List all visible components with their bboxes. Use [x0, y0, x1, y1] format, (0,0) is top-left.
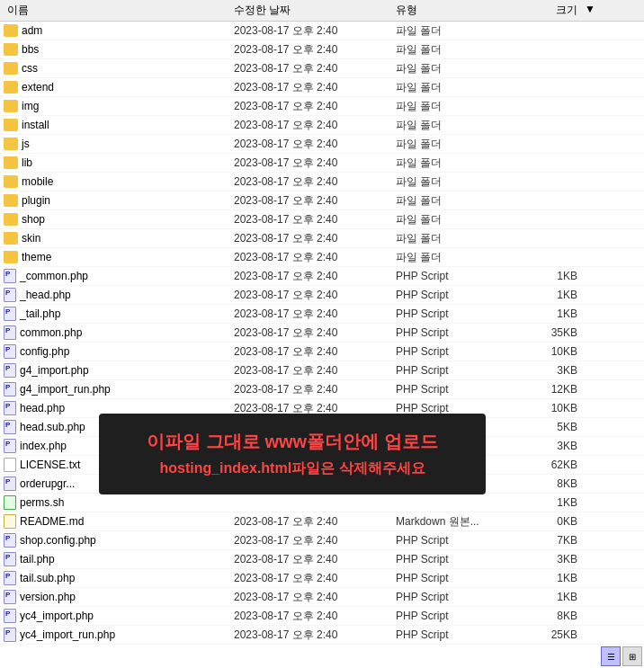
php-icon — [4, 401, 16, 415]
file-name-cell: version.php — [0, 590, 234, 604]
folder-icon — [4, 251, 18, 263]
table-row[interactable]: shop.config.php 2023-08-17 오후 2:40 PHP S… — [0, 531, 644, 550]
file-size-cell: 10KB — [513, 345, 585, 358]
php-icon — [4, 344, 16, 359]
file-type-cell: 파일 폴더 — [396, 80, 513, 95]
overlay-line1: 이파일 그대로 www폴더안에 업로드 — [121, 430, 464, 454]
file-size-cell: 25KB — [513, 628, 585, 641]
php-icon — [4, 628, 16, 642]
grid-view-button[interactable]: ⊞ — [622, 646, 642, 666]
file-size-cell: 1KB — [513, 289, 585, 301]
header-date[interactable]: 수정한 날짜 — [234, 3, 396, 18]
file-name-label: version.php — [20, 591, 76, 603]
php-icon — [4, 609, 16, 623]
table-row[interactable]: README.md 2023-08-17 오후 2:40 Markdown 원본… — [0, 512, 644, 531]
file-date-cell: 2023-08-17 오후 2:40 — [234, 382, 396, 397]
table-row[interactable]: yc4_import.php 2023-08-17 오후 2:40 PHP Sc… — [0, 607, 644, 626]
file-name-cell: _common.php — [0, 269, 234, 283]
table-row[interactable]: perms.sh 1KB — [0, 494, 644, 512]
table-row[interactable]: version.php 2023-08-17 오후 2:40 PHP Scrip… — [0, 588, 644, 607]
table-row[interactable]: js 2023-08-17 오후 2:40 파일 폴더 — [0, 135, 644, 154]
file-type-cell: PHP Script — [396, 345, 513, 358]
file-name-cell: css — [0, 62, 234, 75]
file-size-cell: 10KB — [513, 402, 585, 414]
file-name-label: shop.config.php — [20, 534, 96, 547]
file-name-cell: tail.sub.php — [0, 571, 234, 585]
table-row[interactable]: _tail.php 2023-08-17 오후 2:40 PHP Script … — [0, 305, 644, 324]
file-date-cell: 2023-08-17 오후 2:40 — [234, 628, 396, 643]
file-date-cell: 2023-08-17 오후 2:40 — [234, 156, 396, 171]
table-row[interactable]: skin 2023-08-17 오후 2:40 파일 폴더 — [0, 229, 644, 248]
table-row[interactable]: yc4_import_run.php 2023-08-17 오후 2:40 PH… — [0, 626, 644, 645]
file-date-cell: 2023-08-17 오후 2:40 — [234, 231, 396, 246]
file-date-cell: 2023-08-17 오후 2:40 — [234, 307, 396, 322]
file-name-label: config.php — [20, 345, 69, 358]
file-date-cell: 2023-08-17 오후 2:40 — [234, 533, 396, 548]
table-row[interactable]: _head.php 2023-08-17 오후 2:40 PHP Script … — [0, 286, 644, 305]
table-row[interactable]: extend 2023-08-17 오후 2:40 파일 폴더 — [0, 78, 644, 97]
table-row[interactable]: adm 2023-08-17 오후 2:40 파일 폴더 — [0, 22, 644, 40]
sh-icon — [4, 495, 16, 510]
file-name-label: index.php — [20, 440, 67, 452]
file-date-cell: 2023-08-17 오후 2:40 — [234, 344, 396, 360]
file-name-cell: _tail.php — [0, 307, 234, 321]
php-icon — [4, 477, 16, 491]
table-row[interactable]: shop 2023-08-17 오후 2:40 파일 폴더 — [0, 210, 644, 229]
file-name-label: tail.php — [20, 553, 55, 566]
folder-icon — [4, 100, 18, 112]
file-list: 이름 수정한 날짜 유형 크기 ▼ adm 2023-08-17 오후 2:40… — [0, 0, 644, 668]
file-name-cell: yc4_import_run.php — [0, 628, 234, 642]
table-row[interactable]: theme 2023-08-17 오후 2:40 파일 폴더 — [0, 248, 644, 267]
file-name-label: LICENSE.txt — [20, 459, 80, 471]
file-type-cell: 파일 폴더 — [396, 99, 513, 114]
table-row[interactable]: _common.php 2023-08-17 오후 2:40 PHP Scrip… — [0, 267, 644, 286]
table-row[interactable]: config.php 2023-08-17 오후 2:40 PHP Script… — [0, 343, 644, 361]
php-icon — [4, 325, 16, 340]
file-size-cell: 7KB — [513, 534, 585, 547]
file-type-cell: PHP Script — [396, 289, 513, 301]
table-row[interactable]: g4_import_run.php 2023-08-17 오후 2:40 PHP… — [0, 380, 644, 399]
file-name-label: head.php — [20, 402, 65, 414]
file-size-cell: 12KB — [513, 383, 585, 396]
folder-icon — [4, 119, 18, 131]
file-size-cell: 1KB — [513, 307, 585, 320]
file-type-cell: PHP Script — [396, 383, 513, 396]
file-type-cell: 파일 폴더 — [396, 118, 513, 133]
file-name-cell: _head.php — [0, 288, 234, 302]
table-row[interactable]: common.php 2023-08-17 오후 2:40 PHP Script… — [0, 324, 644, 343]
file-date-cell: 2023-08-17 오후 2:40 — [234, 193, 396, 209]
file-size-cell: 1KB — [513, 270, 585, 282]
file-name-label: install — [22, 119, 49, 131]
header-size[interactable]: 크기 — [513, 3, 585, 18]
file-type-cell: 파일 폴더 — [396, 174, 513, 190]
file-name-label: g4_import_run.php — [20, 383, 111, 396]
file-type-cell: 파일 폴더 — [396, 193, 513, 209]
file-name-cell: yc4_import.php — [0, 609, 234, 623]
table-row[interactable]: lib 2023-08-17 오후 2:40 파일 폴더 — [0, 154, 644, 173]
header-type[interactable]: 유형 — [396, 3, 513, 18]
file-name-label: README.md — [20, 515, 84, 528]
table-row[interactable]: tail.php 2023-08-17 오후 2:40 PHP Script 3… — [0, 550, 644, 569]
header-name[interactable]: 이름 — [0, 3, 234, 18]
file-type-cell: PHP Script — [396, 270, 513, 282]
php-icon — [4, 552, 16, 566]
file-size-cell: 3KB — [513, 364, 585, 377]
file-name-label: _head.php — [20, 289, 71, 301]
php-icon — [4, 590, 16, 604]
table-row[interactable]: install 2023-08-17 오후 2:40 파일 폴더 — [0, 116, 644, 135]
table-row[interactable]: g4_import.php 2023-08-17 오후 2:40 PHP Scr… — [0, 361, 644, 380]
table-row[interactable]: mobile 2023-08-17 오후 2:40 파일 폴더 — [0, 173, 644, 191]
file-name-cell: install — [0, 119, 234, 131]
file-name-label: shop — [22, 213, 45, 226]
table-row[interactable]: css 2023-08-17 오후 2:40 파일 폴더 — [0, 59, 644, 78]
file-name-cell: img — [0, 100, 234, 112]
file-type-cell: 파일 폴더 — [396, 61, 513, 76]
list-view-button[interactable]: ☰ — [601, 646, 621, 666]
file-type-cell: PHP Script — [396, 572, 513, 584]
file-size-cell: 3KB — [513, 553, 585, 566]
table-row[interactable]: tail.sub.php 2023-08-17 오후 2:40 PHP Scri… — [0, 569, 644, 588]
file-name-label: yc4_import.php — [20, 610, 94, 622]
table-row[interactable]: plugin 2023-08-17 오후 2:40 파일 폴더 — [0, 191, 644, 210]
table-row[interactable]: bbs 2023-08-17 오후 2:40 파일 폴더 — [0, 40, 644, 59]
table-row[interactable]: img 2023-08-17 오후 2:40 파일 폴더 — [0, 97, 644, 116]
